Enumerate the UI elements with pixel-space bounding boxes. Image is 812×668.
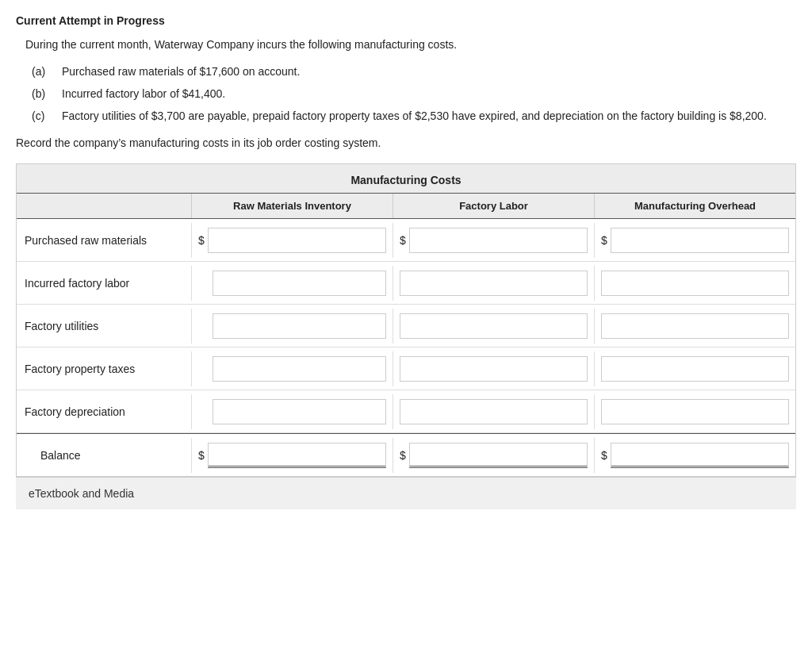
row-label-incurred-factory-labor: Incurred factory labor: [17, 271, 191, 296]
intro-text: During the current month, Waterway Compa…: [25, 38, 796, 51]
cell-fpt-rmi: [191, 351, 393, 386]
footer-text: eTextbook and Media: [29, 487, 134, 500]
cell-fu-fl: [393, 309, 594, 344]
input-fpt-fl[interactable]: [400, 356, 588, 382]
item-text-b: Incurred factory labor of $41,400.: [62, 87, 796, 100]
dollar-sign: $: [400, 449, 406, 462]
input-fpt-rmi[interactable]: [213, 356, 386, 382]
input-fpt-moh[interactable]: [601, 356, 789, 382]
input-balance-moh[interactable]: [611, 443, 789, 468]
item-text-a: Purchased raw materials of $17,600 on ac…: [62, 65, 796, 78]
input-balance-fl[interactable]: [409, 443, 588, 468]
col-header-factory-labor: Factory Labor: [393, 194, 594, 218]
cell-fu-rmi: [191, 309, 393, 344]
table-title: Manufacturing Costs: [17, 164, 795, 193]
cell-incurred-fl-moh: [594, 266, 795, 301]
list-item: (b) Incurred factory labor of $41,400.: [32, 87, 796, 100]
row-purchased-raw-materials: Purchased raw materials $ $ $: [17, 219, 795, 262]
instruction-text: Record the company’s manufacturing costs…: [16, 136, 796, 149]
dollar-sign: $: [601, 449, 607, 462]
cell-raw-materials-fl: $: [393, 223, 594, 258]
input-purchased-raw-materials-fl[interactable]: [409, 228, 588, 253]
row-factory-depreciation: Factory depreciation: [17, 390, 795, 433]
balance-label: Balance: [17, 443, 191, 468]
manufacturing-costs-table: Manufacturing Costs Raw Materials Invent…: [16, 163, 796, 477]
input-fu-moh[interactable]: [601, 313, 789, 339]
list-item: (a) Purchased raw materials of $17,600 o…: [32, 65, 796, 78]
input-fd-fl[interactable]: [400, 399, 588, 424]
dollar-sign: $: [400, 234, 406, 247]
cell-fpt-moh: [594, 351, 795, 386]
input-fu-fl[interactable]: [400, 313, 588, 339]
cell-fd-fl: [393, 394, 594, 429]
item-label-c: (c): [32, 109, 62, 122]
list-item: (c) Factory utilities of $3,700 are paya…: [32, 109, 796, 122]
row-factory-property-taxes: Factory property taxes: [17, 347, 795, 390]
input-incurred-fl-rmi[interactable]: [213, 271, 386, 296]
input-fd-moh[interactable]: [601, 399, 789, 424]
dollar-sign: $: [601, 234, 607, 247]
item-label-b: (b): [32, 87, 62, 100]
item-label-a: (a): [32, 65, 62, 78]
input-fu-rmi[interactable]: [213, 313, 386, 339]
item-text-c: Factory utilities of $3,700 are payable,…: [62, 109, 796, 122]
cell-incurred-fl-fl: [393, 266, 594, 301]
input-purchased-raw-materials-moh[interactable]: [611, 228, 789, 253]
row-label-header: [17, 194, 191, 218]
current-attempt-header: Current Attempt in Progress: [16, 14, 796, 27]
cell-incurred-fl-rmi: [191, 266, 393, 301]
items-list: (a) Purchased raw materials of $17,600 o…: [32, 65, 796, 122]
footer-bar: eTextbook and Media: [16, 477, 796, 509]
column-headers: Raw Materials Inventory Factory Labor Ma…: [17, 193, 795, 219]
dollar-sign: $: [198, 234, 205, 247]
row-factory-utilities: Factory utilities: [17, 305, 795, 347]
cell-raw-materials-rmi: $: [191, 223, 393, 258]
page: Current Attempt in Progress During the c…: [0, 0, 812, 509]
balance-row: Balance $ $ $: [17, 433, 795, 476]
balance-cell-moh: $: [594, 438, 795, 473]
input-balance-rmi[interactable]: [208, 443, 386, 468]
cell-raw-materials-moh: $: [594, 223, 795, 258]
cell-fu-moh: [594, 309, 795, 344]
balance-cell-rmi: $: [191, 438, 393, 473]
row-label-purchased-raw-materials: Purchased raw materials: [17, 228, 191, 253]
input-fd-rmi[interactable]: [213, 399, 386, 424]
cell-fd-moh: [594, 394, 795, 429]
row-label-factory-property-taxes: Factory property taxes: [17, 356, 191, 382]
cell-fpt-fl: [393, 351, 594, 386]
col-header-raw-materials: Raw Materials Inventory: [191, 194, 393, 218]
row-label-factory-depreciation: Factory depreciation: [17, 399, 191, 424]
cell-fd-rmi: [191, 394, 393, 429]
row-incurred-factory-labor: Incurred factory labor: [17, 262, 795, 305]
dollar-sign: $: [198, 449, 205, 462]
input-purchased-raw-materials-rmi[interactable]: [208, 228, 386, 253]
row-label-factory-utilities: Factory utilities: [17, 313, 191, 339]
col-header-manufacturing-overhead: Manufacturing Overhead: [594, 194, 795, 218]
input-incurred-fl-fl[interactable]: [400, 271, 588, 296]
input-incurred-fl-moh[interactable]: [601, 271, 789, 296]
balance-cell-fl: $: [393, 438, 594, 473]
